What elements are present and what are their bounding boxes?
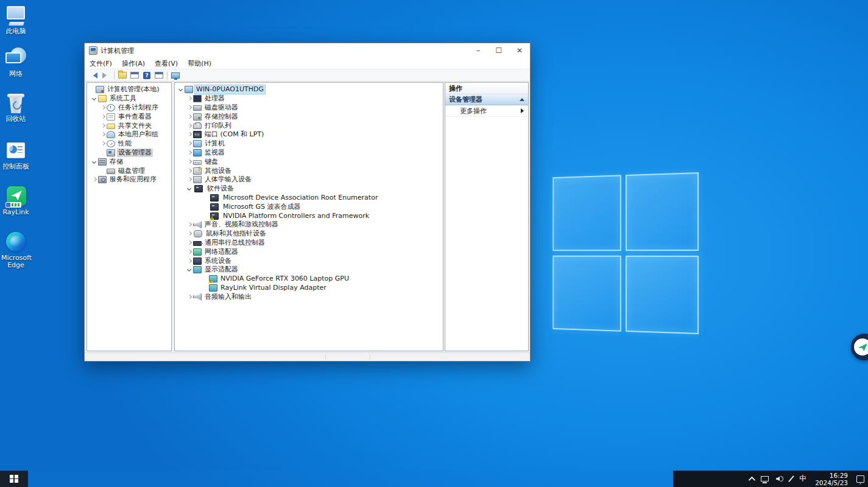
tree-item[interactable]: Microsoft GS 波表合成器 (175, 202, 443, 211)
chevron-right-icon[interactable] (186, 176, 193, 183)
desktop-icon-control-panel[interactable]: 控制面板 (1, 140, 30, 170)
chevron-right-icon[interactable] (99, 104, 107, 111)
pen-icon[interactable] (791, 475, 792, 483)
tree-item-label: 计算机管理(本地) (106, 85, 161, 94)
monitor-button[interactable] (169, 70, 182, 81)
tree-item[interactable]: 人体学输入设备 (175, 175, 443, 184)
minimize-button[interactable]: – (468, 43, 489, 58)
tree-item[interactable]: 网络适配器 (175, 247, 443, 256)
desktop-icon-edge[interactable]: Microsoft Edge (1, 231, 30, 269)
tree-item[interactable]: 音频输入和输出 (175, 292, 443, 301)
printer-icon (193, 124, 202, 129)
chevron-right-icon[interactable] (186, 95, 193, 102)
tree-item[interactable]: 设备管理器 (87, 149, 171, 158)
chevron-right-icon[interactable] (186, 167, 193, 175)
tree-item[interactable]: 存储控制器 (175, 112, 443, 121)
actions-group-device-manager[interactable]: 设备管理器 (445, 94, 528, 105)
help-button[interactable]: ? (141, 70, 153, 81)
tree-item[interactable]: Microsoft Device Association Root Enumer… (175, 194, 443, 203)
tree-item[interactable]: 键盘 (175, 157, 443, 166)
more-actions-item[interactable]: 更多操作 (445, 105, 528, 117)
console-window-button[interactable] (153, 70, 165, 81)
network-icon[interactable] (761, 476, 769, 482)
collapse-icon[interactable] (520, 98, 524, 101)
tree-item[interactable]: 计算机 (175, 139, 443, 149)
console-window-button[interactable] (129, 70, 141, 81)
tree-item[interactable]: 本地用户和组 (87, 130, 171, 139)
tree-item[interactable]: 其他设备 (175, 166, 443, 175)
chevron-down-icon[interactable] (91, 95, 98, 102)
desktop-icon-label: 此电脑 (1, 28, 30, 35)
chevron-right-icon[interactable] (186, 248, 193, 256)
tree-item[interactable]: 计算机管理(本地) (87, 85, 171, 94)
chevron-right-icon[interactable] (99, 113, 107, 121)
start-button[interactable] (0, 471, 28, 487)
menu-a[interactable]: 操作(A) (117, 58, 150, 69)
tree-item-label: 鼠标和其他指针设备 (205, 229, 267, 238)
chevron-down-icon[interactable] (186, 185, 193, 192)
chevron-right-icon[interactable] (186, 104, 193, 111)
menu-f[interactable]: 文件(F) (85, 58, 117, 69)
tree-item[interactable]: 声音、视频和游戏控制器 (175, 220, 443, 229)
desktop-icon-this-pc[interactable]: 此电脑 (1, 5, 30, 35)
chevron-right-icon[interactable] (186, 158, 193, 166)
tree-item[interactable]: WIN-0PUAO1UTHDG (175, 85, 443, 94)
raylink-floating-ball[interactable] (851, 334, 868, 360)
maximize-button[interactable]: ☐ (489, 43, 509, 58)
tree-item[interactable]: RayLink Virtual Display Adapter (175, 284, 443, 293)
desktop-icon-raylink[interactable]: RayLink (1, 186, 30, 216)
chevron-up-icon[interactable] (749, 477, 753, 482)
chevron-right-icon[interactable] (186, 221, 193, 228)
chevron-right-icon[interactable] (186, 113, 193, 121)
tree-item[interactable]: 软件设备 (175, 184, 443, 194)
tree-item[interactable]: 系统工具 (87, 94, 171, 103)
chevron-right-icon[interactable] (99, 131, 107, 138)
chevron-right-icon[interactable] (186, 149, 193, 156)
tree-item[interactable]: 性能 (87, 139, 171, 149)
tree-item[interactable]: 磁盘管理 (87, 166, 171, 175)
tree-item[interactable]: 共享文件夹 (87, 121, 171, 130)
chevron-down-icon[interactable] (177, 86, 185, 93)
tree-item[interactable]: 服务和应用程序 (87, 175, 171, 184)
tree-item[interactable]: 通用串行总线控制器 (175, 239, 443, 248)
chevron-right-icon[interactable] (99, 140, 107, 147)
tree-item[interactable]: 磁盘驱动器 (175, 103, 443, 113)
chevron-right-icon[interactable] (186, 258, 193, 265)
chevron-down-icon[interactable] (91, 158, 98, 166)
forward-button[interactable] (100, 70, 112, 81)
clock[interactable]: 16:29 2024/5/23 (815, 472, 848, 486)
tree-item[interactable]: NVIDIA Platform Controllers and Framewor… (175, 211, 443, 220)
chevron-right-icon[interactable] (186, 230, 193, 237)
close-button[interactable]: ✕ (509, 43, 530, 58)
tree-item[interactable]: 端口 (COM 和 LPT) (175, 130, 443, 139)
chevron-right-icon[interactable] (186, 293, 193, 301)
tree-item[interactable]: 系统设备 (175, 256, 443, 265)
volume-icon[interactable] (776, 476, 783, 482)
menu-v[interactable]: 查看(V) (150, 58, 183, 69)
chevron-right-icon[interactable] (186, 239, 193, 247)
tree-item-label: 网络适配器 (203, 248, 239, 256)
tree-item[interactable]: 存储 (87, 157, 171, 166)
tree-item[interactable]: 鼠标和其他指针设备 (175, 229, 443, 239)
chevron-down-icon[interactable] (186, 266, 193, 273)
tree-item[interactable]: 任务计划程序 (87, 103, 171, 113)
chevron-right-icon[interactable] (91, 176, 98, 183)
chevron-right-icon[interactable] (99, 122, 107, 130)
tree-item[interactable]: 监视器 (175, 149, 443, 158)
title-bar[interactable]: 计算机管理 – ☐ ✕ (85, 43, 530, 58)
ime-indicator[interactable]: 中 (799, 474, 806, 484)
folder-button[interactable] (116, 70, 129, 81)
tree-item[interactable]: 显示适配器 (175, 265, 443, 275)
desktop-icon-recycle-bin[interactable]: 回收站 (1, 93, 30, 123)
chevron-right-icon[interactable] (186, 140, 193, 147)
action-center-icon[interactable] (856, 475, 864, 483)
chevron-right-icon[interactable] (186, 131, 193, 138)
desktop-icon-network[interactable]: 网络 (1, 47, 30, 78)
tree-item[interactable]: 打印队列 (175, 121, 443, 130)
back-button[interactable] (88, 70, 100, 81)
menu-h[interactable]: 帮助(H) (183, 58, 216, 69)
tree-item[interactable]: 处理器 (175, 94, 443, 103)
tree-item[interactable]: NVIDIA GeForce RTX 3060 Laptop GPU (175, 275, 443, 284)
tree-item[interactable]: 事件查看器 (87, 112, 171, 121)
chevron-right-icon[interactable] (186, 122, 193, 130)
